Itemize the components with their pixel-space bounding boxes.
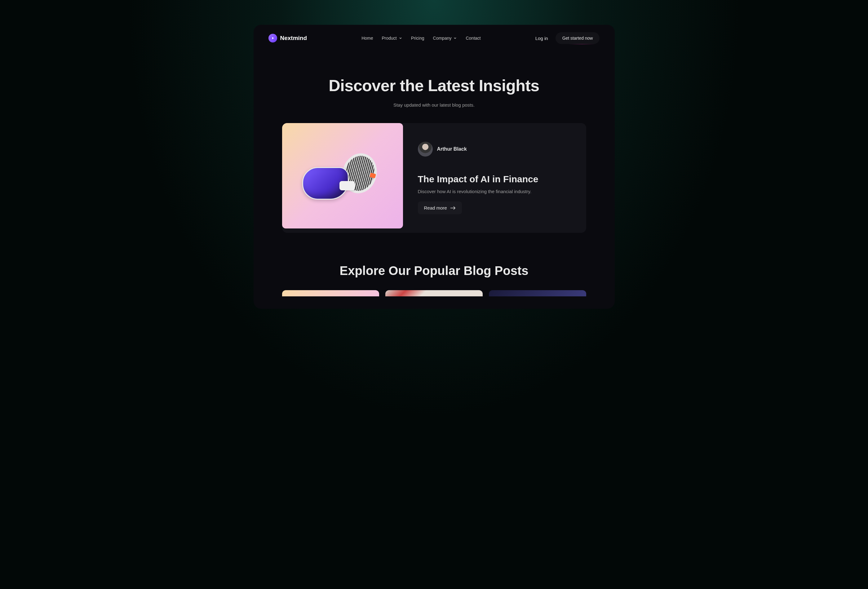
hero-section: Discover the Latest Insights Stay update… <box>254 52 615 123</box>
chevron-down-icon <box>399 36 402 40</box>
blog-card[interactable] <box>282 290 379 296</box>
blog-card[interactable] <box>385 290 483 296</box>
blog-section-title: Explore Our Popular Blog Posts <box>269 264 600 278</box>
featured-post-description: Discover how AI is revolutionizing the f… <box>418 189 571 194</box>
read-more-button[interactable]: Read more <box>418 202 462 214</box>
author-name: Arthur Black <box>437 146 467 152</box>
featured-post-title: The Impact of AI in Finance <box>418 174 571 185</box>
main-container: Nextmind Home Product Pricing Company Co… <box>254 25 615 309</box>
login-link[interactable]: Log in <box>535 35 548 41</box>
nav-label: Pricing <box>411 35 424 41</box>
nav-label: Product <box>382 35 397 41</box>
logo-icon <box>269 34 277 43</box>
header: Nextmind Home Product Pricing Company Co… <box>254 25 615 52</box>
nav-label: Company <box>433 35 452 41</box>
logo[interactable]: Nextmind <box>269 34 307 43</box>
nav-home[interactable]: Home <box>362 35 373 41</box>
get-started-button[interactable]: Get started now <box>555 32 600 44</box>
page-subtitle: Stay updated with our latest blog posts. <box>269 102 600 108</box>
blog-card[interactable] <box>489 290 586 296</box>
nav-label: Contact <box>466 35 480 41</box>
page-title: Discover the Latest Insights <box>269 76 600 95</box>
nav-company[interactable]: Company <box>433 35 457 41</box>
header-actions: Log in Get started now <box>535 32 600 44</box>
nav-product[interactable]: Product <box>382 35 402 41</box>
chevron-down-icon <box>453 36 457 40</box>
arrow-right-icon <box>450 206 456 210</box>
main-nav: Home Product Pricing Company Contact <box>362 35 481 41</box>
featured-post-card: Arthur Black The Impact of AI in Finance… <box>282 123 586 233</box>
featured-image <box>282 123 403 229</box>
blog-section: Explore Our Popular Blog Posts <box>254 264 615 309</box>
author-info: Arthur Black <box>418 142 571 156</box>
blog-grid <box>282 290 586 296</box>
avatar <box>418 142 433 156</box>
read-more-label: Read more <box>424 205 447 211</box>
nav-label: Home <box>362 35 373 41</box>
vr-headset-illustration <box>299 153 386 209</box>
featured-content: Arthur Black The Impact of AI in Finance… <box>403 123 586 233</box>
brand-name: Nextmind <box>280 35 307 41</box>
nav-pricing[interactable]: Pricing <box>411 35 424 41</box>
nav-contact[interactable]: Contact <box>466 35 480 41</box>
